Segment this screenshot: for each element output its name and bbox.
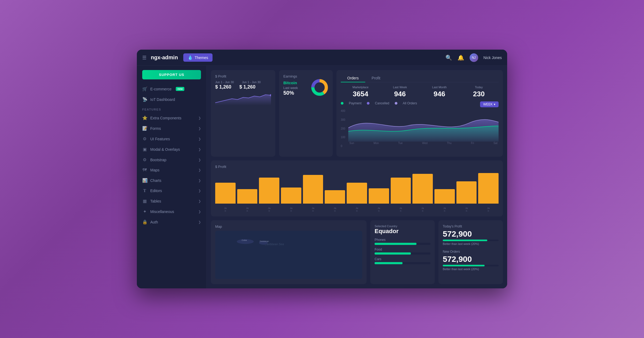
today-profit-bar	[443, 240, 499, 241]
bar	[391, 178, 411, 204]
sidebar-item-iot[interactable]: 📡 IoT Dashboard	[137, 94, 206, 105]
orders-stat-today: Today 230	[459, 86, 499, 98]
new-orders-label: New Orders	[443, 250, 499, 254]
cancelled-dot	[367, 102, 369, 105]
new-orders-val: 572,900	[443, 255, 499, 264]
sidebar-item-label: Forms	[150, 126, 161, 131]
support-button[interactable]: SUPPORT US	[142, 70, 201, 79]
map-title: Map	[215, 225, 362, 229]
hamburger-icon[interactable]: ☰	[142, 55, 147, 61]
auth-icon: 🔒	[142, 219, 147, 225]
bar	[456, 181, 477, 204]
week-button[interactable]: WEEK ▾	[480, 101, 499, 107]
bootstrap-icon: ⚙	[142, 157, 147, 162]
ecommerce-icon: 🛒	[142, 86, 147, 91]
bar	[347, 183, 367, 204]
sidebar: SUPPORT US 🛒 E-commerce new 📡 IoT Dashbo…	[137, 66, 207, 288]
svg-text:Cuba: Cuba	[242, 239, 247, 241]
new-orders-sub: Better than last week (20%)	[443, 267, 499, 271]
chevron-icon: ❯	[198, 179, 201, 182]
allorders-dot	[395, 102, 397, 105]
chevron-icon: ❯	[198, 168, 201, 172]
sidebar-item-charts[interactable]: 📊 Charts ❯	[137, 175, 206, 186]
sidebar-item-editors[interactable]: T Editors ❯	[137, 186, 206, 196]
country-card: Selected Country Equador Phones Food	[370, 220, 435, 284]
sidebar-item-label: Tables	[150, 199, 161, 203]
today-profit-sub: Better than last week (20%)	[443, 242, 499, 245]
sidebar-item-ecommerce[interactable]: 🛒 E-commerce new	[137, 84, 206, 94]
drop-icon: 💧	[188, 55, 193, 60]
sidebar-item-label: Modal & Overlays	[150, 147, 180, 152]
bar	[215, 183, 236, 204]
sidebar-item-label: UI Features	[150, 137, 170, 141]
sidebar-item-label: Maps	[150, 168, 159, 172]
forms-icon: 📝	[142, 126, 147, 131]
body-area: SUPPORT US 🛒 E-commerce new 📡 IoT Dashbo…	[137, 66, 507, 288]
earnings-card: Earnings Bitcoin Last week 50%	[279, 70, 333, 157]
payment-dot	[341, 102, 343, 105]
app-title: ngx-admin	[151, 54, 178, 61]
sidebar-item-auth[interactable]: 🔒 Auth ❯	[137, 217, 206, 227]
orders-tabs: Orders Profit	[341, 74, 499, 82]
modal-icon: ▣	[142, 147, 147, 152]
orders-legend: Payment Cancelled All Orders	[341, 101, 417, 105]
bar	[259, 178, 279, 204]
sidebar-item-extra[interactable]: ⭐ Extra Components ❯	[137, 113, 206, 123]
svg-text:Dominican: Dominican	[260, 240, 269, 243]
chevron-icon: ❯	[198, 137, 201, 141]
cars-bar: Cars	[375, 257, 430, 264]
sidebar-item-label: Extra Components	[150, 116, 181, 120]
sidebar-item-tables[interactable]: ▦ Tables ❯	[137, 196, 206, 206]
tables-icon: ▦	[142, 199, 147, 204]
user-name: Nick Jones	[484, 56, 502, 60]
orders-chart-area: 400 300 200 100 0	[341, 109, 499, 152]
tab-orders[interactable]: Orders	[341, 74, 365, 82]
avatar: NJ	[470, 53, 478, 62]
search-icon[interactable]: 🔍	[445, 54, 452, 61]
chevron-icon: ❯	[198, 220, 201, 224]
bar	[434, 189, 455, 204]
sidebar-item-label: Charts	[150, 178, 161, 183]
tab-profit[interactable]: Profit	[365, 74, 387, 82]
themes-button[interactable]: 💧 Themes	[183, 53, 213, 62]
header: ☰ ngx-admin 💧 Themes 🔍 🔔 NJ Nick Jones	[137, 50, 507, 66]
bar	[478, 173, 499, 204]
badge-new: new	[176, 87, 184, 91]
chevron-icon: ❯	[198, 199, 201, 203]
orders-stat-lastmonth: Last Month 946	[420, 86, 459, 98]
sidebar-item-label: Bootstrap	[150, 158, 166, 162]
sidebar-item-forms[interactable]: 📝 Forms ❯	[137, 123, 206, 134]
profit-values: $ 1,260 $ 1,260	[215, 84, 271, 90]
charts-icon: 📊	[142, 178, 147, 183]
sidebar-item-maps[interactable]: 🗺 Maps ❯	[137, 165, 206, 175]
bar	[281, 188, 301, 204]
today-profit-val: 572,900	[443, 229, 499, 238]
extra-icon: ⭐	[142, 115, 147, 120]
chevron-icon: ❯	[198, 210, 201, 214]
sidebar-item-ui[interactable]: ⚙ UI Features ❯	[137, 134, 206, 144]
orders-stats: Marketplace 3654 Last Week 946 Last Mont…	[341, 86, 499, 98]
bar	[369, 188, 389, 204]
sidebar-item-misc[interactable]: ✦ Miscellaneous ❯	[137, 206, 206, 217]
map-container: Caribbean Sea Cuba DominicanRepublic Pue…	[215, 231, 362, 279]
donut-chart	[310, 78, 329, 97]
orders-stat-lastweek: Last Week 946	[380, 86, 420, 98]
sidebar-item-bootstrap[interactable]: ⚙ Bootstrap ❯	[137, 155, 206, 165]
chevron-icon: ❯	[198, 127, 201, 130]
profit-small-title: $ Profit	[215, 74, 271, 78]
svg-rect-4	[216, 231, 361, 279]
bell-icon[interactable]: 🔔	[458, 54, 464, 61]
profit-small-card: $ Profit Jun 1 - Jun 30 Jun 1 - Jun 30 $…	[211, 70, 275, 157]
bar	[412, 174, 433, 204]
earnings-title: Earnings	[283, 74, 328, 78]
main-content: $ Profit Jun 1 - Jun 30 Jun 1 - Jun 30 $…	[207, 66, 507, 288]
row2: $ Profit Jan Jan Jan Jan Jan Jan Jan Jan…	[211, 160, 503, 216]
sidebar-item-modal[interactable]: ▣ Modal & Overlays ❯	[137, 144, 206, 155]
chevron-icon: ❯	[198, 116, 201, 120]
bar-labels: Jan Jan Jan Jan Jan Jan Jan Jan Jan Jan …	[215, 207, 499, 212]
selected-country-label: Selected Country	[375, 225, 430, 228]
food-bar: Food	[375, 248, 430, 255]
ui-icon: ⚙	[142, 136, 147, 141]
orders-card: Orders Profit Marketplace 3654 Last Week…	[336, 70, 503, 157]
row1: $ Profit Jun 1 - Jun 30 Jun 1 - Jun 30 $…	[211, 70, 503, 157]
